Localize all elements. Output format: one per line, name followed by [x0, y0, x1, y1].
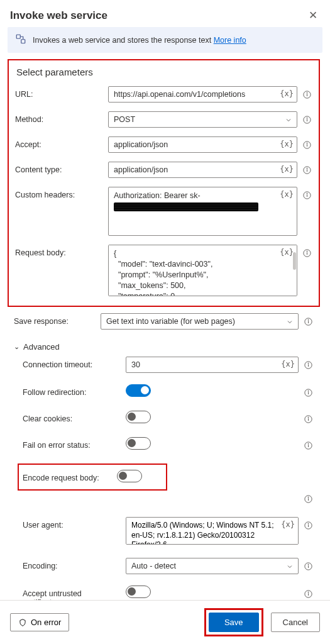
info-icon[interactable] — [304, 357, 314, 372]
info-icon[interactable] — [304, 586, 314, 600]
cancel-button[interactable]: Cancel — [271, 613, 320, 632]
info-icon[interactable] — [302, 111, 312, 126]
shield-icon — [18, 618, 27, 627]
method-label: Method: — [15, 111, 103, 124]
info-icon[interactable] — [304, 517, 314, 532]
on-error-label: On error — [31, 618, 61, 627]
more-info-link[interactable]: More info — [214, 36, 246, 45]
connection-timeout-label: Connection timeout: — [23, 357, 121, 369]
accept-untrusted-label: Accept untrusted certificates: — [23, 586, 121, 600]
info-icon[interactable] — [304, 437, 314, 452]
encoding-label: Encoding: — [23, 558, 121, 570]
svg-rect-1 — [21, 40, 25, 43]
info-icon[interactable] — [304, 491, 314, 506]
svg-point-16 — [307, 193, 307, 194]
user-agent-input[interactable] — [126, 517, 299, 545]
on-error-button[interactable]: On error — [10, 613, 69, 631]
url-label: URL: — [15, 86, 103, 99]
method-select[interactable]: POST — [108, 111, 297, 128]
content-type-input[interactable] — [108, 162, 297, 178]
select-parameters-group: Select parameters URL: {x} Method: POST … — [8, 59, 320, 307]
info-icon[interactable] — [302, 187, 312, 202]
advanced-label: Advanced — [23, 342, 60, 352]
advanced-toggle[interactable]: ⌄ Advanced — [14, 338, 314, 357]
info-icon[interactable] — [304, 411, 314, 426]
close-icon[interactable]: ✕ — [306, 9, 320, 22]
section-header: Select parameters — [16, 67, 312, 77]
info-icon[interactable] — [304, 558, 314, 573]
web-service-icon — [15, 33, 26, 47]
user-agent-label: User agent: — [23, 517, 121, 530]
save-response-select[interactable]: Get text into variable (for web pages) — [101, 313, 299, 330]
info-icon[interactable] — [302, 245, 312, 260]
svg-point-10 — [307, 143, 307, 143]
accept-label: Accept: — [15, 136, 103, 149]
svg-point-31 — [308, 417, 309, 418]
svg-point-40 — [308, 523, 309, 524]
svg-point-7 — [307, 118, 307, 118]
encode-body-toggle[interactable] — [117, 470, 142, 482]
svg-point-43 — [308, 564, 309, 565]
encode-body-label: Encode request body: — [23, 470, 112, 482]
request-body-label: Request body: — [15, 245, 103, 257]
svg-point-25 — [308, 363, 309, 364]
follow-redirection-toggle[interactable] — [126, 384, 151, 397]
custom-headers-label: Custom headers: — [15, 187, 103, 199]
clear-cookies-toggle[interactable] — [126, 411, 151, 423]
svg-point-22 — [308, 319, 309, 320]
svg-point-28 — [308, 391, 309, 391]
fail-on-error-label: Fail on error status: — [23, 437, 121, 450]
connection-timeout-input[interactable] — [126, 357, 299, 373]
svg-point-37 — [308, 497, 309, 497]
dialog-title: Invoke web service — [10, 9, 107, 22]
svg-point-13 — [307, 168, 307, 169]
request-body-input[interactable] — [108, 245, 297, 296]
accept-untrusted-toggle[interactable] — [126, 586, 151, 598]
scrollbar[interactable] — [293, 252, 296, 270]
info-icon[interactable] — [304, 384, 314, 399]
auth-header-prefix: Authorization: Bearer sk- — [114, 191, 201, 200]
url-input[interactable] — [108, 86, 297, 103]
encoding-select[interactable]: Auto - detect — [126, 558, 299, 574]
fail-on-error-toggle[interactable] — [126, 437, 151, 450]
follow-redirection-label: Follow redirection: — [23, 384, 121, 397]
content-type-label: Content type: — [15, 162, 103, 174]
svg-point-34 — [308, 443, 309, 444]
clear-cookies-label: Clear cookies: — [23, 411, 121, 423]
accept-input[interactable] — [108, 136, 297, 153]
svg-rect-0 — [16, 35, 20, 38]
info-icon[interactable] — [302, 162, 312, 177]
svg-point-4 — [307, 92, 307, 93]
info-icon[interactable] — [302, 136, 312, 152]
svg-point-46 — [308, 592, 309, 592]
info-icon[interactable] — [304, 313, 314, 328]
svg-point-19 — [307, 251, 307, 252]
save-highlight: Save — [204, 608, 263, 636]
chevron-down-icon: ⌄ — [14, 343, 19, 351]
custom-headers-input[interactable]: Authorization: Bearer sk- — [108, 187, 297, 236]
redacted-token — [114, 203, 258, 211]
info-banner: Invokes a web service and stores the res… — [8, 27, 322, 53]
banner-text: Invokes a web service and stores the res… — [33, 36, 211, 45]
info-icon[interactable] — [302, 86, 312, 101]
save-button[interactable]: Save — [209, 613, 259, 632]
save-response-label: Save response: — [14, 313, 96, 326]
